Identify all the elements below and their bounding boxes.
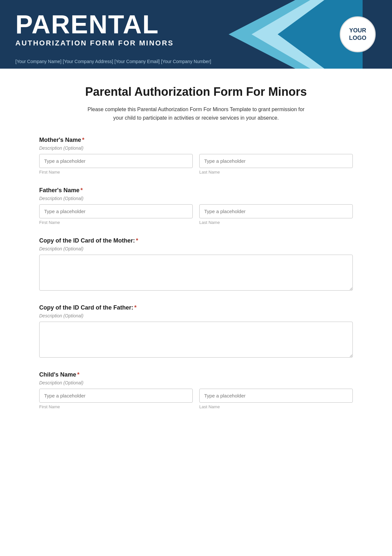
- section-childs-name: Child's Name* Description (Optional) Fir…: [39, 371, 353, 409]
- required-star-3: *: [136, 237, 138, 244]
- mothers-first-name-label: First Name: [39, 170, 193, 175]
- childs-name-row: First Name Last Name: [39, 389, 353, 409]
- fathers-first-name-col: First Name: [39, 204, 193, 225]
- logo-text: YOURLOGO: [349, 27, 367, 42]
- required-star: *: [82, 137, 84, 143]
- header-left: PARENTAL AUTHORIZATION FORM FOR MINORS: [15, 11, 174, 47]
- section-father-id: Copy of the ID Card of the Father:* Desc…: [39, 304, 353, 359]
- main-content: Parental Authorization Form For Minors P…: [0, 69, 392, 441]
- childs-last-name-input[interactable]: [199, 389, 353, 403]
- field-desc-mother-id: Description (Optional): [39, 246, 353, 251]
- childs-first-name-input[interactable]: [39, 389, 193, 403]
- field-label-childs-name: Child's Name*: [39, 371, 353, 378]
- field-desc-father-id: Description (Optional): [39, 313, 353, 318]
- field-label-fathers-name: Father's Name*: [39, 187, 353, 194]
- field-label-mother-id: Copy of the ID Card of the Mother:*: [39, 237, 353, 244]
- field-desc-mothers-name: Description (Optional): [39, 145, 353, 151]
- fathers-last-name-label: Last Name: [199, 220, 353, 225]
- fathers-last-name-col: Last Name: [199, 204, 353, 225]
- header-title-main: PARENTAL: [15, 11, 174, 38]
- field-label-mothers-name: Mother's Name*: [39, 137, 353, 143]
- fathers-last-name-input[interactable]: [199, 204, 353, 218]
- mothers-first-name-col: First Name: [39, 154, 193, 175]
- logo-circle: YOURLOGO: [340, 16, 376, 52]
- required-star-5: *: [77, 371, 79, 378]
- field-desc-childs-name: Description (Optional): [39, 380, 353, 385]
- mothers-last-name-input[interactable]: [199, 154, 353, 168]
- mothers-last-name-label: Last Name: [199, 170, 353, 175]
- section-mother-id: Copy of the ID Card of the Mother:* Desc…: [39, 237, 353, 292]
- form-description: Please complete this Parental Authorizat…: [85, 105, 307, 122]
- fathers-name-row: First Name Last Name: [39, 204, 353, 225]
- form-page-title: Parental Authorization Form For Minors: [39, 85, 353, 99]
- field-desc-fathers-name: Description (Optional): [39, 196, 353, 201]
- fathers-first-name-label: First Name: [39, 220, 193, 225]
- company-info: [Your Company Name] [Your Company Addres…: [15, 59, 211, 64]
- childs-last-name-col: Last Name: [199, 389, 353, 409]
- required-star-4: *: [134, 304, 137, 311]
- required-star-2: *: [80, 187, 83, 194]
- mothers-first-name-input[interactable]: [39, 154, 193, 168]
- childs-first-name-col: First Name: [39, 389, 193, 409]
- childs-last-name-label: Last Name: [199, 404, 353, 409]
- section-fathers-name: Father's Name* Description (Optional) Fi…: [39, 187, 353, 225]
- field-label-father-id: Copy of the ID Card of the Father:*: [39, 304, 353, 311]
- section-mothers-name: Mother's Name* Description (Optional) Fi…: [39, 137, 353, 175]
- father-id-textarea[interactable]: [39, 322, 353, 358]
- mother-id-textarea[interactable]: [39, 255, 353, 291]
- mothers-name-row: First Name Last Name: [39, 154, 353, 175]
- page-header: PARENTAL AUTHORIZATION FORM FOR MINORS […: [0, 0, 392, 69]
- mothers-last-name-col: Last Name: [199, 154, 353, 175]
- fathers-first-name-input[interactable]: [39, 204, 193, 218]
- header-title-sub: AUTHORIZATION FORM FOR MINORS: [15, 39, 174, 47]
- childs-first-name-label: First Name: [39, 404, 193, 409]
